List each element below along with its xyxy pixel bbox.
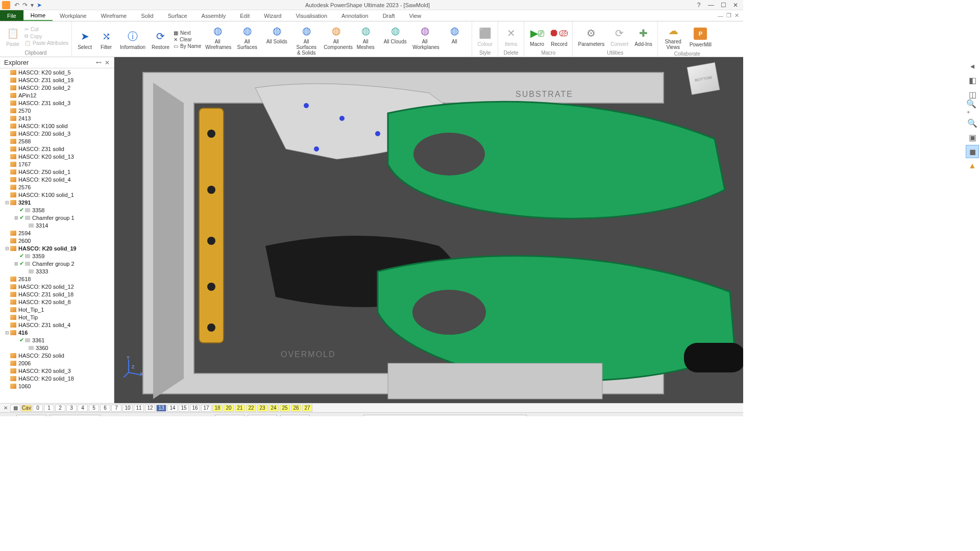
- layer-10[interactable]: 10: [122, 405, 133, 412]
- tab-assembly[interactable]: Assembly: [194, 10, 233, 21]
- layer-close-icon[interactable]: ✕: [2, 405, 9, 411]
- tree-item[interactable]: 2618: [0, 275, 114, 283]
- tab-wizard[interactable]: Wizard: [257, 10, 288, 21]
- restore-button[interactable]: ⟳Restore: [150, 28, 172, 51]
- layer-11[interactable]: 11: [134, 405, 144, 412]
- layer-26[interactable]: 26: [291, 405, 301, 412]
- tab-visualisation[interactable]: Visualisation: [288, 10, 334, 21]
- by-name-button[interactable]: ▭By Name: [174, 43, 201, 49]
- snap-c-icon[interactable]: ✕: [130, 415, 140, 417]
- qat-dropdown-icon[interactable]: ▾: [31, 2, 34, 9]
- tree-item[interactable]: HASCO: Z31 solid_19: [0, 76, 114, 84]
- tree-item[interactable]: ✔3361: [0, 336, 114, 344]
- select-all-wireframes-button[interactable]: ◍All Wireframes: [203, 22, 232, 57]
- tab-wireframe[interactable]: Wireframe: [93, 10, 134, 21]
- tree-item[interactable]: HASCO: Z31 solid: [0, 145, 114, 153]
- tab-home[interactable]: Home: [23, 10, 53, 21]
- tree-item[interactable]: HASCO: K20 solid_18: [0, 374, 114, 382]
- tree-item[interactable]: HASCO: K20 solid_5: [0, 68, 114, 76]
- layer-cav-button[interactable]: Cav: [21, 405, 32, 412]
- tree-item[interactable]: ⊟416: [0, 329, 114, 336]
- shared-views-button[interactable]: ☁Shared Views: [661, 22, 685, 51]
- powermill-button[interactable]: PPowerMill: [688, 26, 714, 48]
- select-all-surfaces-solids-button[interactable]: ◍All Surfaces & Solids: [292, 22, 321, 57]
- select-button[interactable]: ➤Select: [75, 28, 94, 51]
- command-input[interactable]: [363, 415, 527, 417]
- layer-13[interactable]: 13: [156, 405, 166, 412]
- tree-item[interactable]: 2588: [0, 137, 114, 145]
- layer-12[interactable]: 12: [145, 405, 155, 412]
- tree-item[interactable]: 2594: [0, 229, 114, 237]
- tree-item[interactable]: ⊟HASCO: K20 solid_19: [0, 244, 114, 252]
- tree-item[interactable]: Hot_Tip_1: [0, 306, 114, 313]
- tree-item[interactable]: HASCO: Z31 solid_3: [0, 99, 114, 107]
- tree-item[interactable]: 2600: [0, 237, 114, 244]
- tab-view[interactable]: View: [402, 10, 429, 21]
- grid-icon[interactable]: ▦: [183, 415, 193, 417]
- explorer-tree[interactable]: HASCO: K20 solid_5HASCO: Z31 solid_19HAS…: [0, 68, 114, 403]
- colour-button[interactable]: ⬛Colour: [475, 25, 495, 48]
- layer-4[interactable]: 4: [78, 405, 88, 412]
- layer-3[interactable]: 3: [66, 405, 77, 412]
- tree-item[interactable]: HASCO: K100 solid_1: [0, 191, 114, 198]
- snap-b-icon[interactable]: ⊙: [117, 415, 127, 417]
- tree-item[interactable]: 2413: [0, 114, 114, 122]
- convert-button[interactable]: ⟳Convert: [608, 25, 630, 48]
- layer-14[interactable]: 14: [167, 405, 178, 412]
- layer-7[interactable]: 7: [111, 405, 121, 412]
- tree-item[interactable]: HASCO: Z00 solid_3: [0, 130, 114, 137]
- paste-attributes-button[interactable]: 📋Paste Attributes: [24, 40, 68, 46]
- layer-2[interactable]: 2: [55, 405, 65, 412]
- tree-item[interactable]: Hot_Tip: [0, 313, 114, 321]
- parameters-button[interactable]: ⚙Parameters: [576, 25, 606, 48]
- tree-item[interactable]: ✔3358: [0, 206, 114, 214]
- layer-6[interactable]: 6: [100, 405, 110, 412]
- tree-item[interactable]: 1060: [0, 382, 114, 390]
- tree-item[interactable]: HASCO: Z31 solid_18: [0, 290, 114, 298]
- tree-item[interactable]: ✔3359: [0, 252, 114, 260]
- select-all-meshes-button[interactable]: ◍All Meshes: [351, 22, 380, 57]
- tab-file[interactable]: File: [0, 10, 23, 21]
- select-all-components-button[interactable]: ◍All Components: [322, 22, 350, 57]
- tree-item[interactable]: 2576: [0, 183, 114, 191]
- tree-item[interactable]: HASCO: K20 solid_13: [0, 153, 114, 160]
- layer-15[interactable]: 15: [179, 405, 189, 412]
- axis-icon[interactable]: ↯: [3, 415, 13, 417]
- tree-item[interactable]: HASCO: K20 solid_8: [0, 298, 114, 306]
- redo-icon[interactable]: ↷: [22, 2, 28, 9]
- layer-18[interactable]: 18: [212, 405, 223, 412]
- tree-item[interactable]: 2006: [0, 359, 114, 367]
- tree-item[interactable]: 3314: [0, 221, 114, 229]
- layer-1[interactable]: 1: [44, 405, 54, 412]
- paste-button[interactable]: 📋Paste: [3, 25, 22, 48]
- layer-25[interactable]: 25: [280, 405, 290, 412]
- tree-item[interactable]: ⊞✔Chamfer group 1: [0, 214, 114, 221]
- tree-item[interactable]: HASCO: K100 solid: [0, 122, 114, 130]
- tab-annotation[interactable]: Annotation: [334, 10, 376, 21]
- clear-selection-button[interactable]: ✕Clear: [174, 37, 201, 42]
- select-all-clouds-button[interactable]: ◍All Clouds: [381, 22, 409, 57]
- tree-item[interactable]: ⊞✔Chamfer group 2: [0, 260, 114, 267]
- select-all-button[interactable]: ◍All: [440, 22, 469, 57]
- addins-button[interactable]: ✚Add-Ins: [632, 25, 654, 48]
- layer-16[interactable]: 16: [190, 405, 200, 412]
- pin-icon[interactable]: ⊷: [96, 59, 102, 66]
- information-button[interactable]: ⓘInformation: [118, 28, 148, 51]
- tab-workplane[interactable]: Workplane: [53, 10, 93, 21]
- tab-solid[interactable]: Solid: [134, 10, 160, 21]
- mdi-minimize-icon[interactable]: —: [718, 13, 723, 19]
- layer-17[interactable]: 17: [201, 405, 211, 412]
- tree-item[interactable]: 3360: [0, 344, 114, 352]
- select-all-workplanes-button[interactable]: ◍All Workplanes: [410, 22, 439, 57]
- undo-icon[interactable]: ↶: [14, 2, 19, 9]
- snap-d-icon[interactable]: ▦: [143, 415, 154, 417]
- workplane-select[interactable]: World: [16, 415, 46, 417]
- mdi-close-icon[interactable]: ✕: [734, 12, 739, 19]
- tree-item[interactable]: APin12: [0, 91, 114, 99]
- layer-select[interactable]: 7 : Part: [50, 415, 101, 417]
- tree-item[interactable]: 3333: [0, 267, 114, 275]
- delete-items-button[interactable]: ✕Items: [501, 25, 521, 48]
- viewport-3d[interactable]: SUBSTRATE OVERMOLD BOTTOM X Y Z: [114, 57, 743, 403]
- tab-draft[interactable]: Draft: [376, 10, 402, 21]
- snap-a-icon[interactable]: ✓: [104, 415, 114, 417]
